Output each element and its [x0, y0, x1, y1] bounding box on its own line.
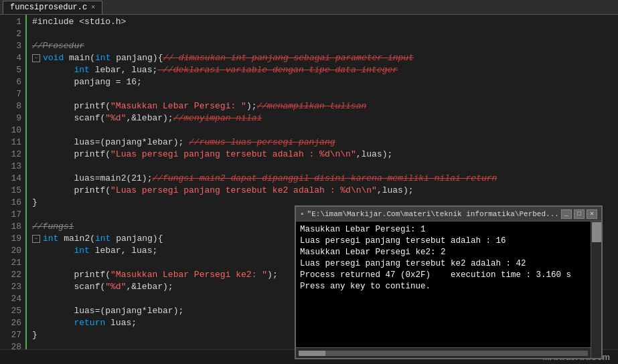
line-number: 12 [8, 149, 21, 161]
line-number: 27 [8, 329, 21, 341]
line-number: 11 [8, 136, 21, 149]
console-output-line: Process returned 47 (0x2F) execution tim… [300, 270, 597, 281]
restore-button[interactable]: □ [574, 209, 585, 219]
line-number: 10 [8, 124, 21, 136]
console-icon: ▪ [300, 210, 305, 218]
console-scrollbar[interactable] [591, 221, 601, 358]
line-number: 14 [8, 173, 21, 185]
console-hscrollbar[interactable] [296, 347, 591, 358]
fold-icon[interactable]: - [32, 235, 40, 243]
code-line: printf("Luas persegi panjang tersebut ke… [32, 185, 613, 197]
console-hscrollbar-thumb[interactable] [299, 351, 325, 356]
code-line: luas=main2(21);//fungsi main2 dapat dipa… [32, 173, 613, 185]
console-output-line: Luas persegi panjang tersebut ke2 adalah… [300, 258, 597, 270]
tab-close-icon[interactable]: × [91, 4, 95, 11]
line-number: 1 [8, 16, 21, 28]
close-button[interactable]: ✕ [587, 209, 597, 219]
code-line [32, 88, 613, 100]
line-numbers: 1234567891011121314151617181920212223242… [0, 15, 27, 349]
code-line: int lebar, luas; //deklarasi variable de… [32, 64, 613, 76]
line-number: 13 [8, 161, 21, 173]
line-number: 16 [8, 197, 21, 209]
code-line [32, 161, 613, 173]
minimize-button[interactable]: _ [561, 209, 572, 219]
fold-icon[interactable]: - [32, 54, 40, 62]
code-line: printf("Masukkan Lebar Persegi: ");//men… [32, 100, 613, 112]
console-window: ▪ "E:\imam\Markijar.Com\materi\teknik in… [295, 205, 603, 359]
editor-area: 1234567891011121314151617181920212223242… [0, 15, 618, 349]
code-line [32, 124, 613, 136]
line-number: 21 [8, 257, 21, 269]
code-line: luas=(panjang*lebar); //rumus luas perse… [32, 136, 613, 149]
code-line: #include <stdio.h> [32, 16, 613, 28]
line-number: 8 [8, 100, 21, 112]
tab-label: funcsiprosedur.c [10, 3, 87, 12]
line-number: 26 [8, 317, 21, 329]
code-line: //Prosedur [32, 40, 613, 52]
line-number: 24 [8, 293, 21, 305]
line-number: 2 [8, 28, 21, 40]
code-line [32, 28, 613, 40]
line-number: 3 [8, 40, 21, 52]
line-number: 19 [8, 233, 21, 245]
console-output-line: Luas persegi panjang tersebut adalah : 1… [300, 236, 597, 247]
console-title-text: "E:\imam\Markijar.Com\materi\teknik info… [307, 210, 559, 218]
title-bar: funcsiprosedur.c × [0, 0, 618, 15]
line-number: 17 [8, 209, 21, 221]
console-title: ▪ "E:\imam\Markijar.Com\materi\teknik in… [300, 210, 559, 218]
line-number: 20 [8, 245, 21, 257]
line-number: 25 [8, 305, 21, 317]
line-number: 23 [8, 281, 21, 293]
line-number: 4 [8, 52, 21, 64]
line-number: 18 [8, 221, 21, 233]
tab-funcsiprosedur[interactable]: funcsiprosedur.c × [3, 1, 102, 14]
line-number: 9 [8, 112, 21, 124]
code-line: -void main(int panjang){// dimasukan int… [32, 52, 613, 64]
code-line: scanf("%d",&lebar);//menyimpan nilai [32, 112, 613, 124]
code-line: panjang = 16; [32, 76, 613, 88]
line-number: 5 [8, 64, 21, 76]
console-buttons: _ □ ✕ [561, 209, 597, 219]
console-content: Masukkan Lebar Persegi: 1Luas persegi pa… [296, 221, 601, 347]
console-output-line: Masukkan Lebar Persegi ke2: 2 [300, 247, 597, 258]
line-number: 22 [8, 269, 21, 281]
console-output-line: Press any key to continue. [300, 281, 597, 292]
console-scrollbar-thumb[interactable] [592, 222, 601, 242]
code-line: printf("Luas persegi panjang tersebut ad… [32, 149, 613, 161]
line-number: 7 [8, 88, 21, 100]
console-output-line: Masukkan Lebar Persegi: 1 [300, 224, 597, 236]
line-number: 15 [8, 185, 21, 197]
line-number: 6 [8, 76, 21, 88]
console-titlebar: ▪ "E:\imam\Markijar.Com\materi\teknik in… [296, 207, 601, 221]
console-hscrollbar-track [299, 351, 588, 356]
